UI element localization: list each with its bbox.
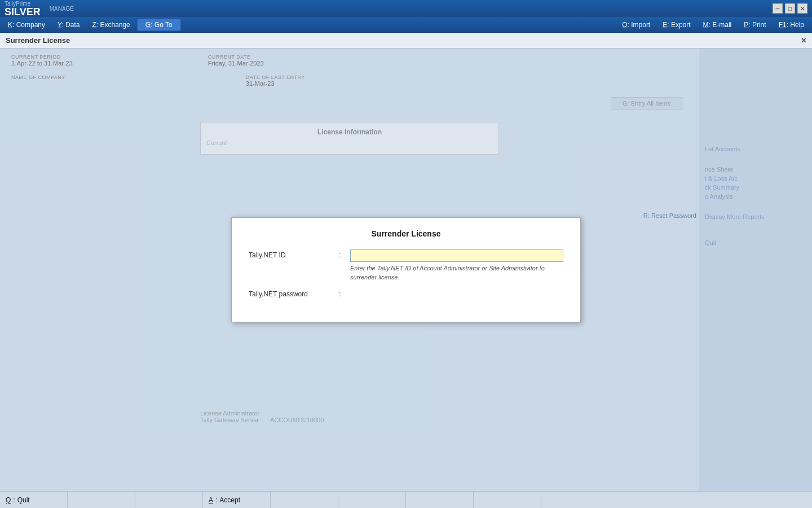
toolbar-spacer-4 <box>338 492 406 509</box>
tally-net-id-hint: Enter the Tally.NET ID of Account Admini… <box>350 264 563 282</box>
menu-goto[interactable]: G: Go To <box>137 19 181 31</box>
menu-data[interactable]: Y: Data <box>52 19 85 30</box>
app-branding: TallyPrime SILVER MANAGE <box>5 1 74 17</box>
tally-net-id-field: Tally.NET ID : Enter the Tally.NET ID of… <box>249 249 563 282</box>
menu-exchange[interactable]: Z: Exchange <box>86 19 135 30</box>
window-controls[interactable]: ─ □ ✕ <box>773 3 807 14</box>
accept-button[interactable]: A : Accept <box>203 492 271 509</box>
menu-bar: K: Company Y: Data Z: Exchange G: Go To … <box>0 17 812 33</box>
title-bar: TallyPrime SILVER MANAGE ─ □ ✕ <box>0 0 812 17</box>
panel-close-button[interactable]: × <box>801 36 806 46</box>
tally-net-password-label: Tally.NET password <box>249 288 339 298</box>
quit-button[interactable]: Q : Quit <box>0 492 68 509</box>
tally-net-id-colon: : <box>339 249 350 259</box>
app-logo: TallyPrime SILVER <box>5 1 41 17</box>
tally-net-id-input-area: Enter the Tally.NET ID of Account Admini… <box>350 249 563 282</box>
dialog-title: Surrender License <box>249 229 563 238</box>
tally-net-password-field: Tally.NET password : <box>249 288 563 298</box>
tally-net-id-input[interactable] <box>350 249 563 262</box>
tally-net-id-label: Tally.NET ID <box>249 249 339 259</box>
panel-title: Surrender License <box>6 36 70 45</box>
maximize-button[interactable]: □ <box>785 3 795 14</box>
menu-import[interactable]: O: Import <box>616 19 656 30</box>
window-close-button[interactable]: ✕ <box>797 3 807 14</box>
toolbar-spacer-3 <box>271 492 338 509</box>
panel-header: Surrender License × <box>0 33 812 49</box>
toolbar-spacer-5 <box>406 492 474 509</box>
minimize-button[interactable]: ─ <box>773 3 783 14</box>
menu-export[interactable]: E: Export <box>657 19 696 30</box>
toolbar-spacer-1 <box>68 492 135 509</box>
toolbar-spacer-6 <box>474 492 541 509</box>
main-content: CURRENT PERIOD 1-Apr-22 to 31-Mar-23 CUR… <box>0 49 812 491</box>
app-name-main: SILVER <box>5 7 41 17</box>
bottom-toolbar: Q : Quit A : Accept <box>0 491 812 508</box>
menu-print[interactable]: P: Print <box>738 19 771 30</box>
toolbar-spacer-2 <box>135 492 203 509</box>
menu-help[interactable]: F1: Help <box>773 19 810 30</box>
tally-net-password-colon: : <box>339 288 350 298</box>
menu-company[interactable]: K: Company <box>2 19 51 30</box>
surrender-license-dialog: Surrender License Tally.NET ID : Enter t… <box>231 217 581 322</box>
dialog-overlay: Surrender License Tally.NET ID : Enter t… <box>0 49 812 491</box>
menu-email[interactable]: M: E-mail <box>698 19 738 30</box>
manage-label: MANAGE <box>50 6 74 12</box>
app-name-prefix: TallyPrime <box>5 1 41 7</box>
